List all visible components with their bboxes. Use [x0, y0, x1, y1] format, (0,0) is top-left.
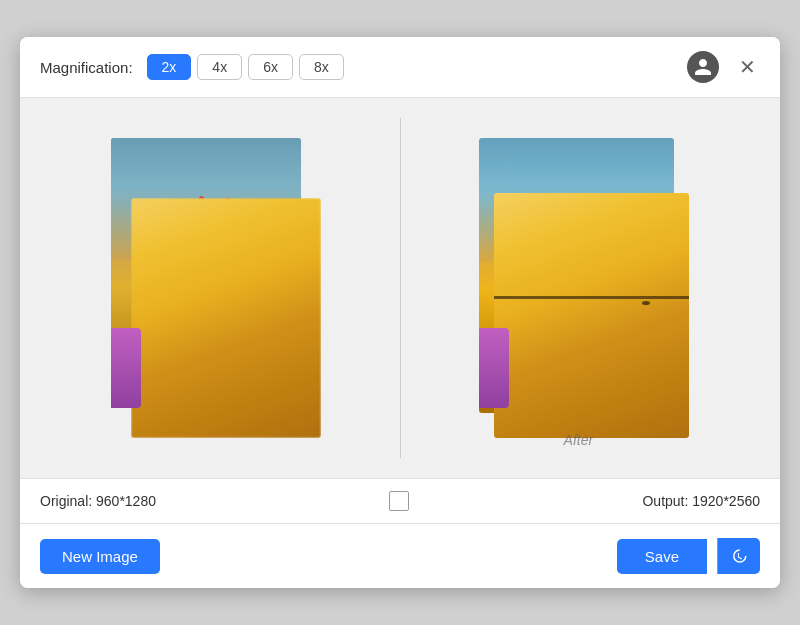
original-dimensions: Original: 960*1280	[40, 493, 156, 509]
magnification-label: Magnification:	[40, 59, 133, 76]
mag-6x-button[interactable]: 6x	[248, 54, 293, 80]
counter-line	[494, 296, 689, 299]
magnification-buttons: 2x 4x 6x 8x	[147, 54, 344, 80]
original-yellow-scene	[131, 198, 321, 438]
user-avatar[interactable]	[687, 51, 719, 83]
sync-checkbox[interactable]	[389, 491, 409, 511]
output-dimensions: Output: 1920*2560	[642, 493, 760, 509]
main-dialog: Magnification: 2x 4x 6x 8x ✕	[20, 37, 780, 588]
new-image-button[interactable]: New Image	[40, 539, 160, 574]
user-icon	[693, 57, 713, 77]
original-stacked-images	[111, 138, 321, 438]
close-button[interactable]: ✕	[735, 55, 760, 79]
after-label: After	[564, 432, 594, 448]
footer-bar: New Image Save	[20, 523, 780, 588]
header-bar: Magnification: 2x 4x 6x 8x ✕	[20, 37, 780, 98]
image-comparison-area: After	[20, 98, 780, 478]
pane-divider	[400, 118, 401, 458]
purple-decoration-right	[479, 328, 509, 408]
mag-4x-button[interactable]: 4x	[197, 54, 242, 80]
save-button[interactable]: Save	[617, 539, 707, 574]
purple-decoration-left	[111, 328, 141, 408]
mag-2x-button[interactable]: 2x	[147, 54, 192, 80]
info-bar: Original: 960*1280 Output: 1920*2560	[20, 478, 780, 523]
output-yellow-scene	[494, 193, 689, 438]
history-icon	[730, 547, 748, 565]
history-button[interactable]	[717, 538, 760, 574]
bird-silhouette	[642, 301, 650, 305]
original-image-pane	[40, 118, 392, 458]
output-stacked-images	[479, 138, 689, 438]
mag-8x-button[interactable]: 8x	[299, 54, 344, 80]
original-image-front	[131, 198, 321, 438]
output-image-pane: After	[409, 118, 761, 458]
output-image-front	[494, 193, 689, 438]
